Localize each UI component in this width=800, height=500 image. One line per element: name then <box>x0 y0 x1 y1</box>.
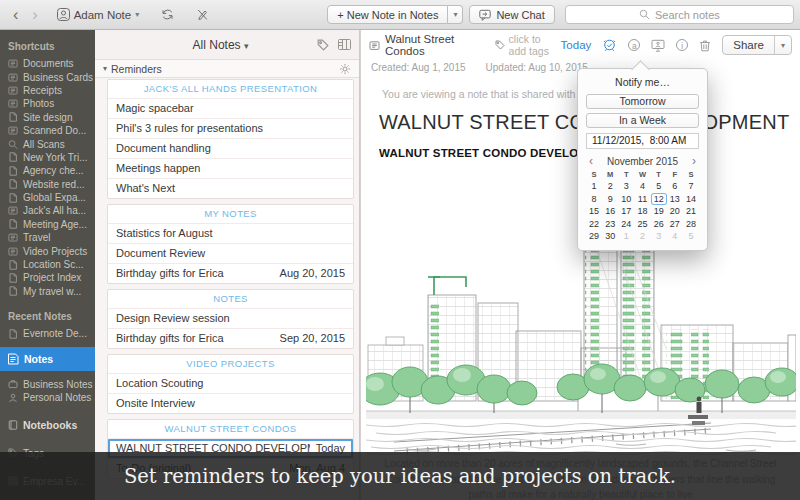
calendar-day[interactable]: 11 <box>634 193 650 206</box>
trash-icon[interactable] <box>699 39 711 52</box>
sidebar-item-new-york-tri[interactable]: New York Tri... <box>0 151 95 164</box>
share-button[interactable]: Share ▾ <box>722 35 792 55</box>
calendar-day[interactable]: 7 <box>683 180 699 193</box>
calendar-day[interactable]: 14 <box>683 193 699 206</box>
present-icon[interactable] <box>651 39 665 52</box>
page-icon <box>8 152 18 162</box>
calendar-day[interactable]: 4 <box>667 230 683 243</box>
note-row[interactable]: Design Review session <box>108 309 353 329</box>
sidebar-item-notes[interactable]: Notes <box>0 347 95 371</box>
new-chat-button[interactable]: New Chat <box>469 5 554 24</box>
calendar-day[interactable]: 6 <box>667 180 683 193</box>
reminder-date-label[interactable]: Today <box>561 39 592 51</box>
sidebar-item-photos[interactable]: Photos <box>0 97 95 110</box>
sidebar-item-personal-notes[interactable]: Personal Notes <box>0 391 95 404</box>
tomorrow-button[interactable]: Tomorrow <box>586 94 699 109</box>
calendar-day[interactable]: 3 <box>651 230 667 243</box>
calendar-day[interactable]: 1 <box>586 180 602 193</box>
annotate-icon[interactable]: a <box>628 39 640 51</box>
calendar-day[interactable]: 5 <box>651 180 667 193</box>
reminder-datetime-field[interactable]: 11/12/2015, 8:00 AM <box>586 133 699 149</box>
sidebar-item-site-design[interactable]: Site design <box>0 111 95 124</box>
sidebar-item-notebooks[interactable]: Notebooks <box>0 417 95 433</box>
sidebar-item-travel[interactable]: Travel <box>0 231 95 244</box>
calendar-day[interactable]: 15 <box>586 205 602 218</box>
calendar-day[interactable]: 18 <box>634 205 650 218</box>
reminders-bar[interactable]: ▾ Reminders <box>95 60 359 78</box>
calendar-prev-icon[interactable]: ‹ <box>586 155 596 167</box>
sidebar-item-project-index[interactable]: Project Index <box>0 271 95 284</box>
tag-view-icon[interactable] <box>317 39 329 51</box>
pen-slash-icon[interactable] <box>196 8 209 21</box>
notebook-name[interactable]: Walnut Street Condos <box>385 33 462 57</box>
calendar-day[interactable]: 30 <box>602 230 618 243</box>
note-row[interactable]: Statistics for August <box>108 224 353 244</box>
calendar-day[interactable]: 17 <box>618 205 634 218</box>
calendar-day[interactable]: 27 <box>667 218 683 231</box>
calendar-day[interactable]: 19 <box>651 205 667 218</box>
add-tags-field[interactable]: click to add tags <box>495 33 556 57</box>
calendar-day[interactable]: 26 <box>651 218 667 231</box>
note-row[interactable]: Document handling <box>108 139 353 159</box>
sidebar-item-evernote-de[interactable]: Evernote De... <box>0 327 95 340</box>
sidebar-item-all-scans[interactable]: All Scans <box>0 137 95 150</box>
calendar-day[interactable]: 2 <box>602 180 618 193</box>
new-note-dropdown[interactable]: ▾ <box>448 5 463 24</box>
note-row[interactable]: Document Review <box>108 244 353 264</box>
sidebar-item-location-sc[interactable]: Location Sc... <box>0 258 95 271</box>
calendar-day[interactable]: 21 <box>683 205 699 218</box>
note-row[interactable]: Birthday gifts for EricaAug 20, 2015 <box>108 264 353 283</box>
sidebar-item-business-cards[interactable]: Business Cards <box>0 70 95 83</box>
calendar-day[interactable]: 22 <box>586 218 602 231</box>
sidebar-item-business-notes[interactable]: Business Notes <box>0 377 95 390</box>
calendar-day[interactable]: 20 <box>667 205 683 218</box>
calendar-day[interactable]: 10 <box>618 193 634 206</box>
sidebar-item-agency-che[interactable]: Agency che... <box>0 164 95 177</box>
info-icon[interactable]: i <box>676 39 688 51</box>
calendar-day[interactable]: 24 <box>618 218 634 231</box>
calendar-day[interactable]: 9 <box>602 193 618 206</box>
sidebar-item-jack-s-all-ha[interactable]: Jack's All ha... <box>0 204 95 217</box>
calendar-next-icon[interactable]: › <box>689 155 699 167</box>
note-row[interactable]: Magic spacebar <box>108 99 353 119</box>
sidebar-item-my-travel-w[interactable]: My travel w... <box>0 285 95 298</box>
calendar-day[interactable]: 8 <box>586 193 602 206</box>
note-row[interactable]: Meetings happen <box>108 159 353 179</box>
back-icon[interactable]: ‹ <box>6 1 25 29</box>
note-row[interactable]: Location Scouting <box>108 374 353 394</box>
sidebar-item-receipts[interactable]: Receipts <box>0 84 95 97</box>
calendar-day[interactable]: 4 <box>634 180 650 193</box>
calendar-day[interactable]: 16 <box>602 205 618 218</box>
calendar-day[interactable]: 5 <box>683 230 699 243</box>
calendar-day[interactable]: 2 <box>634 230 650 243</box>
sidebar-item-scanned-do[interactable]: Scanned Do... <box>0 124 95 137</box>
calendar-day[interactable]: 3 <box>618 180 634 193</box>
calendar-day[interactable]: 12 <box>651 193 667 206</box>
sidebar-item-global-expa[interactable]: Global Expa... <box>0 191 95 204</box>
card-view-icon[interactable] <box>338 39 351 50</box>
calendar-day[interactable]: 28 <box>683 218 699 231</box>
gear-icon[interactable] <box>339 63 351 75</box>
new-note-button[interactable]: + New Note in Notes <box>327 5 448 24</box>
sync-icon[interactable] <box>161 8 174 21</box>
chevron-down-icon: ▾ <box>244 41 249 51</box>
search-input[interactable]: Search notes <box>565 5 794 24</box>
calendar-day[interactable]: 23 <box>602 218 618 231</box>
all-notes-dropdown[interactable]: All Notes ▾ <box>133 38 308 52</box>
sidebar-item-video-projects[interactable]: Video Projects <box>0 244 95 257</box>
note-row[interactable]: Phil's 3 rules for presentations <box>108 119 353 139</box>
calendar-day[interactable]: 29 <box>586 230 602 243</box>
note-row[interactable]: Onsite Interview <box>108 394 353 413</box>
calendar-day[interactable]: 1 <box>618 230 634 243</box>
account-menu[interactable]: Adam Note ▾ <box>57 8 140 21</box>
reminder-clock-icon[interactable] <box>602 38 617 52</box>
in-a-week-button[interactable]: In a Week <box>586 113 699 128</box>
calendar-day[interactable]: 25 <box>634 218 650 231</box>
note-row[interactable]: What's Next <box>108 179 353 198</box>
calendar-day[interactable]: 13 <box>667 193 683 206</box>
sidebar-item-meeting-age[interactable]: Meeting Age... <box>0 218 95 231</box>
forward-icon[interactable]: › <box>25 1 44 29</box>
note-row[interactable]: Birthday gifts for EricaSep 20, 2015 <box>108 329 353 348</box>
sidebar-item-documents[interactable]: Documents <box>0 57 95 70</box>
sidebar-item-website-red[interactable]: Website red... <box>0 178 95 191</box>
